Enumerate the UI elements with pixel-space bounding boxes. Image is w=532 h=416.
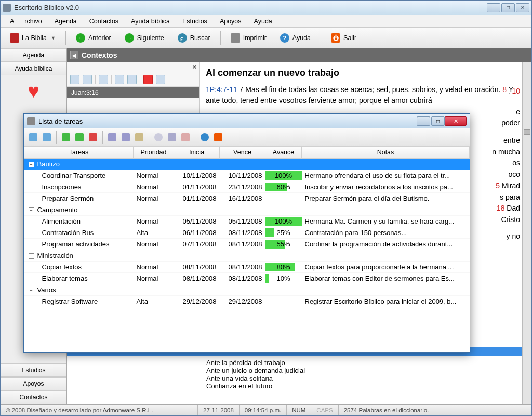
tree-toggle-icon[interactable]: − bbox=[29, 207, 34, 213]
col-avance[interactable]: Avance bbox=[265, 147, 302, 159]
mini-tool-2[interactable] bbox=[83, 75, 92, 84]
tree-toggle-icon[interactable]: − bbox=[29, 253, 34, 259]
arrow-left-icon: ← bbox=[76, 33, 85, 43]
tb-clear-filter[interactable] bbox=[179, 131, 192, 144]
tb-collapse-all[interactable] bbox=[41, 131, 53, 144]
topic-item[interactable]: Confianza en el futuro bbox=[206, 382, 527, 390]
mini-tool-1[interactable] bbox=[70, 75, 79, 84]
col-inicia[interactable]: Inicia bbox=[174, 147, 220, 159]
grid-row[interactable]: InscripcionesNormal01/11/200823/11/20086… bbox=[24, 181, 470, 193]
tb-add-sub[interactable] bbox=[73, 131, 86, 144]
main-titlebar[interactable]: Escritorio Bíblico v2.0 — □ ✕ bbox=[1, 1, 531, 15]
panel-close-icon[interactable]: × bbox=[192, 62, 197, 72]
status-date: 27-11-2008 bbox=[198, 405, 240, 415]
tb-edit[interactable] bbox=[133, 131, 145, 144]
menu-archivo[interactable]: Archivo bbox=[5, 17, 47, 26]
back-button[interactable]: ←Anterior bbox=[70, 31, 117, 45]
menubar: Archivo Agenda Contactos Ayuda bíblica E… bbox=[1, 15, 531, 28]
print-button[interactable]: Imprimir bbox=[225, 31, 272, 45]
chevron-down-icon: ▼ bbox=[51, 35, 56, 41]
printer-icon bbox=[231, 33, 240, 43]
mini-tool-5[interactable] bbox=[127, 75, 137, 84]
tb-filter[interactable] bbox=[166, 131, 178, 144]
bible-dropdown[interactable]: La Biblia▼ bbox=[5, 30, 61, 46]
topics-panel: Ante la pérdida del trabajo Ante un juic… bbox=[67, 347, 531, 404]
tb-indent[interactable] bbox=[119, 131, 132, 144]
dialog-maximize-button[interactable]: □ bbox=[431, 116, 445, 126]
col-notas[interactable]: Notas bbox=[302, 147, 470, 159]
tree-toggle-icon[interactable]: − bbox=[29, 162, 34, 167]
col-tareas[interactable]: Tareas bbox=[24, 147, 134, 159]
article-title: Al comenzar un nuevo trabajo bbox=[206, 66, 525, 80]
reference-bar[interactable]: Juan:3:16 bbox=[67, 87, 199, 98]
forward-button[interactable]: →Siguiente bbox=[119, 31, 170, 45]
topic-item[interactable]: Ante un juicio o demanda judicial bbox=[206, 367, 527, 374]
grid-row[interactable]: Contratación BusAlta06/11/200808/11/2008… bbox=[24, 227, 470, 239]
grid-row[interactable]: Copiar textosNormal08/11/200808/11/20088… bbox=[24, 262, 470, 273]
topic-item[interactable]: Ante la pérdida del trabajo bbox=[206, 359, 527, 367]
menu-contactos[interactable]: Contactos bbox=[84, 17, 124, 26]
grid-row[interactable]: Registrar SoftwareAlta29/12/200829/12/20… bbox=[24, 296, 470, 307]
mini-tool-4[interactable] bbox=[115, 75, 124, 84]
grid-header-row[interactable]: Tareas Prioridad Inicia Vence Avance Not… bbox=[24, 147, 470, 159]
status-caps: CAPS bbox=[311, 405, 338, 415]
grid-row[interactable]: Preparar SermónNormal01/11/200816/11/200… bbox=[24, 193, 470, 204]
grid-group-row[interactable]: −Bautizo bbox=[24, 159, 470, 170]
menu-apoyos[interactable]: Apoyos bbox=[215, 17, 247, 26]
tb-close[interactable] bbox=[212, 131, 224, 144]
dialog-toolbar bbox=[24, 128, 470, 146]
grid-row[interactable]: AlimentaciónNormal05/11/200805/11/200810… bbox=[24, 216, 470, 227]
sidebar-item-contactos[interactable]: Contactos bbox=[1, 391, 66, 404]
grid-group-row[interactable]: −Varios bbox=[24, 284, 470, 296]
topics-scrollbar[interactable] bbox=[522, 347, 531, 404]
mini-tool-3[interactable] bbox=[99, 75, 108, 84]
help-button[interactable]: ?Ayuda bbox=[274, 31, 316, 45]
menu-ayuda[interactable]: Ayuda bbox=[249, 17, 277, 26]
close-button[interactable]: ✕ bbox=[516, 3, 529, 12]
tb-zoom[interactable] bbox=[152, 131, 165, 144]
power-icon: ⏻ bbox=[331, 33, 340, 43]
menu-ayuda-biblica[interactable]: Ayuda bíblica bbox=[126, 17, 175, 26]
col-vence[interactable]: Vence bbox=[220, 147, 265, 159]
dialog-minimize-button[interactable]: — bbox=[417, 116, 430, 126]
status-copyright: © 2008 Diseñado y desarrollado por Admon… bbox=[1, 405, 198, 415]
minimize-button[interactable]: — bbox=[487, 3, 500, 12]
grid-row[interactable]: Programar actividadesNormal07/11/200808/… bbox=[24, 239, 470, 250]
task-grid[interactable]: Tareas Prioridad Inicia Vence Avance Not… bbox=[24, 146, 470, 352]
mini-tool-6[interactable] bbox=[156, 75, 165, 84]
verse-reference-link[interactable]: 1P:4:7-11 bbox=[206, 85, 237, 94]
dialog-titlebar[interactable]: Lista de tareas — □ ✕ bbox=[24, 114, 470, 128]
grid-group-row[interactable]: −Campamento bbox=[24, 204, 470, 216]
maximize-button[interactable]: □ bbox=[501, 3, 515, 12]
grid-row[interactable]: Elaborar temasNormal08/11/200808/11/2008… bbox=[24, 273, 470, 284]
content-scrollbar[interactable] bbox=[522, 62, 531, 347]
dialog-close-button[interactable]: ✕ bbox=[445, 116, 467, 126]
sidebar-item-estudios[interactable]: Estudios bbox=[1, 363, 66, 377]
tree-toggle-icon[interactable]: − bbox=[29, 288, 34, 293]
app-title: Escritorio Bíblico v2.0 bbox=[14, 4, 487, 11]
sidebar-item-ayuda-biblica[interactable]: Ayuda bíblica bbox=[1, 62, 66, 75]
sidebar-item-apoyos[interactable]: Apoyos bbox=[1, 377, 66, 391]
search-button[interactable]: ⌕Buscar bbox=[172, 31, 216, 45]
mini-heart-icon[interactable] bbox=[143, 75, 153, 84]
status-words: 2574 Palabras en el diccionario. bbox=[339, 405, 435, 415]
collapse-button[interactable]: ◀ bbox=[70, 51, 78, 59]
menu-estudios[interactable]: Estudios bbox=[177, 17, 212, 26]
tb-outdent[interactable] bbox=[106, 131, 118, 144]
grid-group-row[interactable]: −Ministración bbox=[24, 250, 470, 262]
tb-expand-all[interactable] bbox=[27, 131, 39, 144]
sidebar-heart-icon[interactable]: ♥ bbox=[1, 75, 66, 107]
menu-agenda[interactable]: Agenda bbox=[49, 17, 82, 26]
grid-row[interactable]: Coordinar TransporteNormal10/11/200810/1… bbox=[24, 170, 470, 181]
tb-help[interactable] bbox=[198, 131, 211, 144]
mini-toolbar bbox=[67, 72, 199, 87]
exit-button[interactable]: ⏻Salir bbox=[325, 31, 362, 45]
heart-icon: ♥ bbox=[28, 80, 39, 102]
col-prioridad[interactable]: Prioridad bbox=[134, 147, 174, 159]
tb-delete[interactable] bbox=[87, 131, 99, 144]
app-icon bbox=[3, 4, 11, 12]
tb-add[interactable] bbox=[60, 131, 72, 144]
sidebar-item-agenda[interactable]: Agenda bbox=[1, 48, 66, 62]
book-icon bbox=[10, 33, 19, 43]
topic-item[interactable]: Ante una vida solitaria bbox=[206, 374, 527, 382]
